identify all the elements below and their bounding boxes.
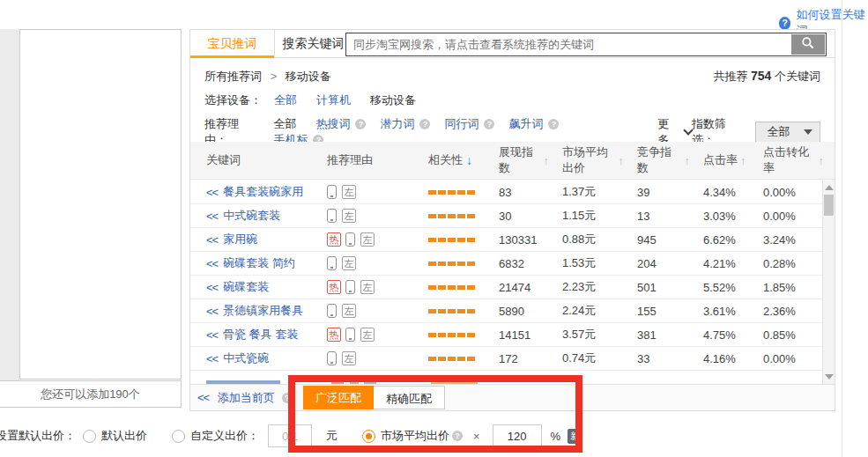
sort-up-icon[interactable]: ↑ xyxy=(819,154,825,167)
keyword-add-link[interactable]: <<骨瓷 餐具 套装 xyxy=(190,323,314,346)
breadcrumb-current: 移动设备 xyxy=(286,70,331,83)
device-option-2[interactable]: 移动设备 xyxy=(370,92,421,108)
keyword-add-link[interactable]: <<碗碟套装 xyxy=(190,276,314,299)
hot-word-icon: 热 xyxy=(327,232,341,247)
keyword-label: 景德镇家用餐具 xyxy=(223,303,303,319)
cvr-value: 0.85% xyxy=(754,323,822,346)
column-header-label: 推荐理由 xyxy=(327,152,373,168)
add-keyword-icon: << xyxy=(206,210,218,223)
sort-up-icon[interactable]: ↑ xyxy=(740,154,746,167)
device-option-0[interactable]: 全部 xyxy=(274,92,302,108)
left-position-icon: 左 xyxy=(360,328,375,342)
table-scrollbar[interactable] xyxy=(822,181,835,384)
ctr-value: 5.52% xyxy=(690,276,754,299)
default-bid-bar: 设置默认出价： 默认出价 自定义出价： 元 市场平均出价 ? × % 新 xyxy=(0,424,582,447)
search-button[interactable] xyxy=(791,34,825,55)
default-bid-radio[interactable]: 默认出价 xyxy=(83,428,147,444)
left-position-icon: 左 xyxy=(360,280,375,294)
keyword-add-link[interactable]: <<景德镇家用餐具 xyxy=(190,299,314,322)
yuan-unit-label: 元 xyxy=(326,428,338,444)
filter-help-icon[interactable]: ? xyxy=(548,119,559,129)
exact-match-button[interactable]: 精确匹配 xyxy=(374,386,445,409)
add-keyword-icon: << xyxy=(206,257,218,270)
tab-search-keyword[interactable]: 搜索关键词 xyxy=(274,30,352,58)
column-header-5[interactable]: 竞争指数↑ xyxy=(624,142,690,179)
column-header-7[interactable]: 点击转化率↑ xyxy=(754,142,824,179)
radio-off-icon xyxy=(83,430,96,443)
market-average-help-icon[interactable]: ? xyxy=(452,431,463,441)
table-header-row: 关键词推荐理由相关性↓展现指数↑市场平均出价↑竞争指数↑点击率↑点击转化率↑ xyxy=(190,142,835,180)
keyword-add-link[interactable]: <<餐具套装碗家用 xyxy=(190,181,314,203)
filter-option-label: 飙升词 xyxy=(508,116,543,132)
impressions-value: 172 xyxy=(486,347,549,370)
custom-bid-input[interactable] xyxy=(268,424,312,447)
keyword-add-link[interactable]: <<中式碗套装 xyxy=(190,204,314,227)
filter-help-icon[interactable]: ? xyxy=(355,119,366,129)
reason-option-1[interactable]: 热搜词? xyxy=(315,116,366,132)
avg-price-value: 0.88元 xyxy=(549,228,624,251)
keyword-add-link[interactable]: <<碗碟套装 简约 xyxy=(190,252,314,275)
search-input[interactable] xyxy=(346,33,790,55)
reason-icons: 热左 xyxy=(314,323,415,346)
keyword-label: 家用碗 xyxy=(223,232,257,247)
left-position-icon: 左 xyxy=(342,209,356,223)
table-row: <<中式碗套装左301.15元133.03%0.00% xyxy=(190,204,822,228)
avg-price-value: 1.37元 xyxy=(549,181,624,203)
reason-option-0[interactable]: 全部 xyxy=(273,116,301,132)
percent-sign: % xyxy=(551,430,561,443)
column-header-2[interactable]: 相关性↓ xyxy=(415,142,486,179)
keyword-total-count: 共推荐 754 个关键词 xyxy=(713,69,820,85)
filter-option-label: 计算机 xyxy=(316,92,351,108)
keyword-add-link[interactable]: <<中式瓷碗 xyxy=(190,347,314,370)
add-current-page-link[interactable]: << 添加当前页 xyxy=(197,390,275,406)
competition-value: 155 xyxy=(624,299,690,322)
scrollbar-thumb[interactable] xyxy=(824,195,834,216)
filter-option-label: 全部 xyxy=(273,116,296,132)
impressions-value: 83 xyxy=(486,181,549,203)
competition-value: 204 xyxy=(624,252,690,275)
filter-option-label: 潜力词 xyxy=(380,116,414,132)
tab-item-recommend[interactable]: 宝贝推词 xyxy=(190,30,274,58)
new-feature-badge: 新 xyxy=(568,429,582,444)
keyword-add-link[interactable]: <<家用碗 xyxy=(190,228,314,251)
breadcrumb: 所有推荐词 > 移动设备 xyxy=(204,69,331,85)
avg-price-value: 0.74元 xyxy=(549,347,624,370)
column-header-4[interactable]: 市场平均出价↑ xyxy=(549,142,624,179)
reason-option-3[interactable]: 同行词? xyxy=(444,116,494,132)
tab-bar: 宝贝推词 搜索关键词 xyxy=(190,30,835,58)
device-option-1[interactable]: 计算机 xyxy=(316,92,356,108)
filter-help-icon[interactable]: ? xyxy=(419,119,430,129)
reason-option-4[interactable]: 飙升词? xyxy=(508,116,559,132)
keyword-search-box xyxy=(345,33,827,56)
competition-value: 501 xyxy=(624,276,690,299)
reason-icons: 左 xyxy=(314,347,415,370)
reason-option-2[interactable]: 潜力词? xyxy=(380,116,430,132)
column-header-label: 点击转化率 xyxy=(763,144,816,176)
ctr-value: 3.03% xyxy=(690,204,754,227)
relevance-bars xyxy=(415,299,486,322)
market-average-radio[interactable]: 市场平均出价 xyxy=(362,428,449,444)
avg-price-value: 1.15元 xyxy=(549,204,624,227)
breadcrumb-parent[interactable]: 所有推荐词 xyxy=(204,70,262,83)
filter-help-icon[interactable]: ? xyxy=(484,119,494,129)
scroll-up-icon[interactable] xyxy=(825,185,834,190)
broad-match-button[interactable]: 广泛匹配 xyxy=(303,386,374,409)
match-type-switch: 广泛匹配 精确匹配 xyxy=(303,386,445,409)
column-header-3[interactable]: 展现指数↑ xyxy=(486,142,549,179)
add-keyword-icon: << xyxy=(206,328,218,342)
sort-down-icon[interactable]: ↓ xyxy=(466,153,472,167)
ctr-value: 3.61% xyxy=(690,299,754,322)
scroll-down-icon[interactable] xyxy=(825,374,834,380)
index-filter-value: 全部 xyxy=(767,124,790,140)
column-header-0: 关键词 xyxy=(190,142,314,179)
reason-icons: 左 xyxy=(314,181,415,203)
custom-bid-radio[interactable]: 自定义出价： xyxy=(172,428,259,444)
percent-input[interactable] xyxy=(493,424,542,447)
bid-bar-label: 设置默认出价： xyxy=(0,428,76,444)
multiply-sign: × xyxy=(473,430,480,443)
index-filter-dropdown[interactable]: 全部 xyxy=(755,122,820,144)
add-page-help-icon[interactable]: ? xyxy=(282,393,293,403)
column-header-6[interactable]: 点击率↑ xyxy=(690,142,754,179)
cvr-value: 0.00% xyxy=(754,181,822,203)
left-position-icon: 左 xyxy=(342,304,356,318)
